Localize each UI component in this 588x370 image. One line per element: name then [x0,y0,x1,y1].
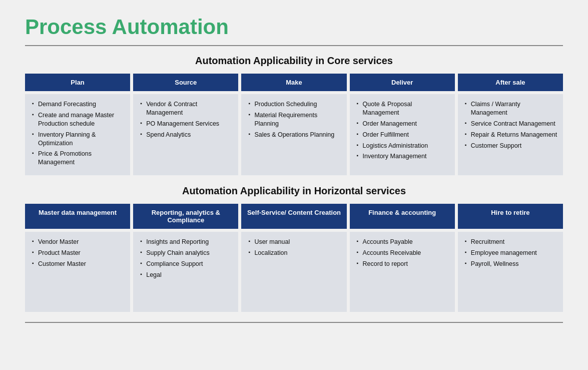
list-item: Quote & Proposal Management [357,100,450,117]
list-item: Vendor & Contract Management [140,100,233,117]
horizontal-section-title: Automation Applicability in Horizontal s… [25,185,563,197]
col-body-4: Claims / Warranty ManagementService Cont… [458,94,563,175]
list-item: Spend Analytics [140,131,233,139]
col-body-4: RecruitmentEmployee managementPayroll, W… [458,232,563,312]
col-body-0: Vendor MasterProduct MasterCustomer Mast… [25,232,130,312]
list-item: Demand Forecasting [32,100,125,109]
col-header-1: Source [133,74,238,91]
col-body-0: Demand ForecastingCreate and manage Mast… [25,94,130,175]
list-item: Sales & Operations Planning [248,131,341,139]
list-item: PO Management Services [140,120,233,128]
list-item: Employee management [465,249,558,257]
core-section-title: Automation Applicability in Core service… [25,55,563,67]
list-item: Customer Master [32,260,125,268]
horizontal-services-section: Automation Applicability in Horizontal s… [25,185,563,312]
col-body-2: User manualLocalization [241,232,346,312]
list-item: Customer Support [465,142,558,150]
list-item: Claims / Warranty Management [465,100,558,117]
list-item: Order Management [357,120,450,128]
list-item: Inventory Planning & Optimization [32,131,125,148]
list-item: Supply Chain analytics [140,249,233,257]
list-item: Compliance Support [140,260,233,268]
list-item: Accounts Receivable [357,249,450,257]
page-title: Process Automation [25,15,563,39]
col-body-1: Insights and ReportingSupply Chain analy… [133,232,238,312]
list-item: Vendor Master [32,238,125,246]
list-item: Logistics Administration [357,142,450,150]
list-item: Record to report [357,260,450,268]
list-item: Payroll, Wellness [465,260,558,268]
col-body-3: Quote & Proposal ManagementOrder Managem… [350,94,455,175]
col-header-0: Plan [25,74,130,91]
col-header-3: Finance & accounting [350,204,455,229]
col-header-2: Make [241,74,346,91]
page-container: Process Automation Automation Applicabil… [0,0,588,333]
col-body-1: Vendor & Contract ManagementPO Managemen… [133,94,238,175]
col-body-2: Production SchedulingMaterial Requiremen… [241,94,346,175]
col-header-2: Self-Service/ Content Creation [241,204,346,229]
list-item: Accounts Payable [357,238,450,246]
bottom-divider [25,322,563,323]
list-item: Price & Promotions Management [32,150,125,167]
top-divider [25,45,563,46]
col-body-3: Accounts PayableAccounts ReceivableRecor… [350,232,455,312]
list-item: User manual [248,238,341,246]
list-item: Localization [248,249,341,257]
col-header-1: Reporting, analytics & Compliance [133,204,238,229]
list-item: Repair & Returns Management [465,131,558,139]
list-item: Product Master [32,249,125,257]
col-header-4: After sale [458,74,563,91]
list-item: Inventory Management [357,152,450,161]
list-item: Insights and Reporting [140,238,233,246]
list-item: Order Fulfillment [357,131,450,139]
core-grid: PlanSourceMakeDeliverAfter saleDemand Fo… [25,74,563,175]
list-item: Create and manage Master Production sche… [32,111,125,128]
list-item: Material Requirements Planning [248,111,341,128]
list-item: Service Contract Management [465,120,558,128]
col-header-0: Master data management [25,204,130,229]
horizontal-grid: Master data managementReporting, analyti… [25,204,563,312]
list-item: Recruitment [465,238,558,246]
col-header-4: Hire to retire [458,204,563,229]
list-item: Legal [140,271,233,279]
col-header-3: Deliver [350,74,455,91]
list-item: Production Scheduling [248,100,341,109]
core-services-section: Automation Applicability in Core service… [25,55,563,175]
